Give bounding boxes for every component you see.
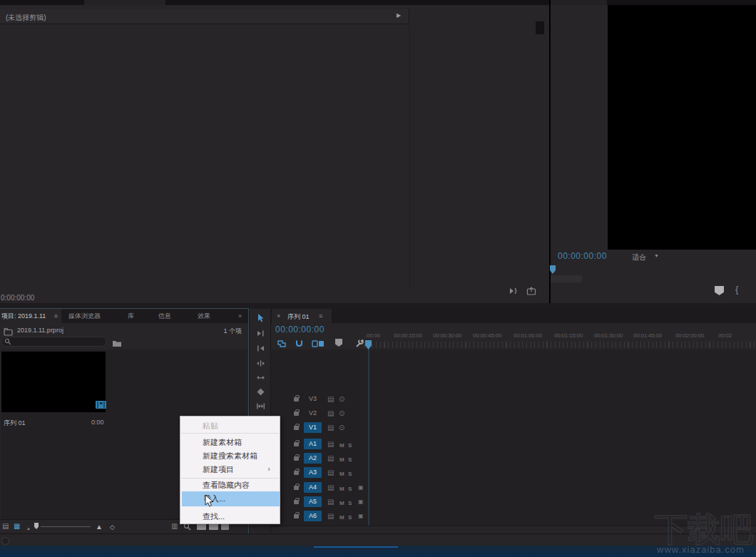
source-patch-icon[interactable]: ▤ [327, 454, 334, 463]
project-file-name[interactable]: 2019.1.11.prproj [17, 327, 63, 334]
tab-effects[interactable]: 效果 [198, 309, 210, 323]
track-select-tool[interactable] [256, 328, 265, 338]
chevron-right-icon[interactable]: ▶ [397, 12, 401, 19]
track-label[interactable]: V2 [304, 408, 322, 419]
program-playhead[interactable] [550, 265, 556, 274]
lock-icon[interactable] [294, 471, 299, 475]
automate-sequence-icon[interactable]: ▥ [171, 522, 178, 531]
tab-media-browser[interactable]: 媒体浏览器 [68, 309, 101, 323]
track-v1[interactable]: V1 ▤ ⊙ [271, 421, 756, 434]
zoom-slider-track[interactable] [41, 526, 91, 527]
source-patch-icon[interactable]: ▤ [327, 468, 334, 477]
lock-icon[interactable] [294, 412, 299, 416]
track-label[interactable]: A3 [304, 467, 322, 478]
nest-sequence-icon[interactable] [277, 338, 287, 351]
track-a4[interactable]: A4 ▤ M S ▣ [271, 481, 756, 494]
panel-divider[interactable] [549, 0, 551, 303]
selection-tool[interactable] [256, 313, 265, 323]
track-label[interactable]: A5 [304, 496, 322, 507]
source-patch-icon[interactable]: ▤ [327, 423, 334, 432]
search-bin-folder-icon[interactable] [112, 337, 122, 350]
track-label[interactable]: A6 [304, 511, 322, 521]
track-label[interactable]: A4 [304, 482, 322, 493]
tab-project[interactable]: 项目: 2019.1.11≡ [0, 309, 61, 323]
mute-button[interactable]: M [339, 441, 344, 450]
menu-item-new-item[interactable]: 新建项目› [181, 464, 279, 475]
effect-controls-scrollbar[interactable] [536, 21, 544, 34]
horizontal-panel-divider[interactable] [0, 303, 756, 309]
tab-info[interactable]: 信息 [158, 309, 171, 323]
toggle-output-icon[interactable]: ⊙ [339, 409, 344, 418]
track-label[interactable]: A2 [304, 453, 322, 464]
track-v3[interactable]: V3 ▤ ⊙ [271, 392, 756, 406]
source-patch-icon[interactable]: ▤ [327, 511, 334, 521]
track-a1[interactable]: A1 ▤ M S [271, 437, 756, 451]
menu-item-view-hidden[interactable]: 查看隐藏内容 [181, 480, 279, 491]
menu-item-find[interactable]: 查找... [181, 511, 279, 522]
menu-item-new-search-bin[interactable]: 新建搜索素材箱 [181, 451, 279, 461]
solo-button[interactable]: S [348, 455, 352, 464]
search-input[interactable] [1, 337, 106, 347]
zoom-level-select[interactable]: 适合 [632, 252, 646, 262]
solo-button[interactable]: S [348, 513, 352, 522]
mute-button[interactable]: M [339, 469, 344, 479]
source-patch-icon[interactable]: ▤ [327, 483, 334, 492]
add-marker-icon[interactable] [335, 339, 342, 347]
chevron-down-icon[interactable]: ▼ [654, 253, 659, 258]
program-scrollbar[interactable] [551, 275, 582, 282]
snap-icon[interactable] [295, 338, 304, 351]
mute-button[interactable]: M [339, 484, 344, 494]
close-icon[interactable]: × [277, 312, 280, 320]
solo-button[interactable]: S [348, 441, 352, 450]
panel-menu-icon[interactable]: ≡ [319, 312, 322, 320]
source-patch-icon[interactable]: ▤ [327, 409, 334, 418]
program-timecode[interactable]: 00:00:00:00 [558, 251, 607, 261]
slip-tool[interactable] [256, 401, 265, 411]
menu-item-paste[interactable]: 粘贴 [181, 421, 279, 431]
toggle-output-icon[interactable]: ⊙ [339, 394, 344, 404]
find-icon[interactable] [183, 523, 191, 533]
play-around-icon[interactable] [508, 285, 518, 298]
lock-icon[interactable] [294, 456, 299, 461]
ripple-edit-tool[interactable] [256, 343, 265, 353]
sequence-tab-label[interactable]: 序列 01 [287, 312, 310, 322]
zoom-in-icon[interactable]: ▲ [96, 523, 103, 531]
lock-icon[interactable] [294, 514, 299, 518]
tab-sequence[interactable]: × 序列 01 ≡ [272, 309, 332, 323]
track-label[interactable]: A1 [304, 439, 322, 449]
freeform-view-icon[interactable]: ◇ [110, 523, 115, 531]
solo-button[interactable]: S [348, 499, 352, 508]
track-a5[interactable]: A5 ▤ M S ▣ [271, 495, 756, 509]
track-a3[interactable]: A3 ▤ M S [271, 466, 756, 479]
lock-icon[interactable] [294, 397, 299, 402]
source-patch-icon[interactable]: ▤ [327, 394, 334, 404]
timeline-ruler[interactable]: :00:00 00:00:15:00 00:00:30:00 00:00:45:… [364, 325, 756, 340]
track-a2[interactable]: A2 ▤ M S [271, 451, 756, 465]
timeline-timecode[interactable]: 00:00:00:00 [275, 325, 325, 334]
tab-libraries[interactable]: 库 [128, 309, 134, 323]
source-patch-icon[interactable]: ▤ [327, 497, 334, 506]
menu-item-import[interactable]: 导入... [181, 491, 280, 506]
sequence-name[interactable]: 序列 01 [4, 419, 26, 428]
mute-button[interactable]: M [339, 455, 344, 464]
sequence-thumbnail[interactable] [1, 352, 106, 412]
lock-icon[interactable] [294, 442, 299, 446]
icon-view-icon[interactable]: ▦ [14, 522, 20, 531]
razor-tool[interactable] [256, 387, 265, 397]
linked-selection-icon[interactable] [312, 338, 325, 351]
list-view-icon[interactable]: ▤ [2, 522, 9, 531]
keyframe-icon[interactable]: ▣ [358, 483, 364, 492]
track-label[interactable]: V3 [304, 394, 322, 404]
panel-menu-icon[interactable]: ≡ [54, 309, 58, 323]
toggle-output-icon[interactable]: ⊙ [339, 423, 344, 432]
track-v2[interactable]: V2 ▤ ⊙ [271, 407, 756, 420]
zoom-slider-handle[interactable] [34, 523, 39, 529]
button-editor-icon[interactable]: { [735, 284, 738, 295]
menu-item-new-bin[interactable]: 新建素材箱 [181, 437, 279, 448]
lock-icon[interactable] [294, 486, 299, 490]
lock-icon[interactable] [294, 500, 299, 504]
track-label[interactable]: V1 [304, 422, 322, 433]
tab-overflow-icon[interactable]: » [238, 309, 242, 323]
add-marker-icon[interactable] [715, 286, 724, 295]
keyframe-icon[interactable]: ▣ [358, 511, 364, 521]
